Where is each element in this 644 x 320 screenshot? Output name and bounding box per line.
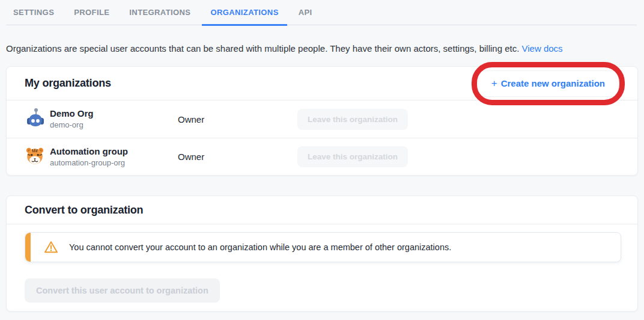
my-organizations-title: My organizations: [19, 77, 111, 90]
create-new-organization-button[interactable]: +Create new organization: [478, 70, 619, 97]
tab-api[interactable]: API: [299, 0, 312, 25]
org-slug: automation-group-org: [50, 158, 178, 168]
org-role: Owner: [178, 114, 297, 125]
org-name: Demo Org: [50, 108, 178, 119]
convert-card-title: Convert to organization: [19, 204, 143, 217]
warning-text: You cannot convert your account to an or…: [69, 242, 451, 252]
plus-icon: +: [491, 78, 497, 89]
settings-tab-bar: SETTINGS PROFILE INTEGRATIONS ORGANIZATI…: [6, 0, 637, 25]
leave-organization-button[interactable]: Leave this organization: [297, 109, 408, 130]
tab-settings[interactable]: SETTINGS: [13, 0, 54, 25]
warning-banner: You cannot convert your account to an or…: [25, 232, 621, 262]
warning-triangle-icon: [44, 241, 58, 254]
table-row: Demo Org demo-org Owner Leave this organ…: [7, 100, 637, 138]
leave-organization-button[interactable]: Leave this organization: [297, 146, 408, 167]
view-docs-link[interactable]: View docs: [522, 43, 563, 54]
tiger-avatar-icon: [25, 146, 45, 168]
tab-organizations[interactable]: ORGANIZATIONS: [210, 0, 278, 25]
table-row: Automation group automation-group-org Ow…: [7, 138, 637, 175]
intro-paragraph: Organizations are special user accounts …: [6, 43, 637, 55]
org-slug: demo-org: [50, 120, 178, 130]
create-button-wrapper: +Create new organization: [478, 70, 619, 97]
convert-card-header: Convert to organization: [7, 196, 637, 224]
org-role: Owner: [178, 152, 297, 162]
intro-text: Organizations are special user accounts …: [6, 43, 522, 54]
avatar: [25, 146, 50, 168]
org-identity: Automation group automation-group-org: [50, 146, 178, 168]
tab-profile[interactable]: PROFILE: [74, 0, 109, 25]
my-organizations-header: My organizations +Create new organizatio…: [7, 67, 637, 100]
tab-integrations[interactable]: INTEGRATIONS: [129, 0, 190, 25]
convert-account-button[interactable]: Convert this user account to organizatio…: [25, 278, 220, 303]
warning-accent-bar: [25, 233, 31, 262]
avatar: [25, 107, 50, 131]
org-name: Automation group: [50, 146, 178, 157]
robot-avatar-icon: [25, 107, 46, 131]
org-identity: Demo Org demo-org: [50, 108, 178, 130]
my-organizations-card: My organizations +Create new organizatio…: [6, 66, 638, 176]
convert-to-organization-card: Convert to organization You cannot conve…: [6, 195, 638, 312]
create-button-label: Create new organization: [501, 78, 605, 88]
